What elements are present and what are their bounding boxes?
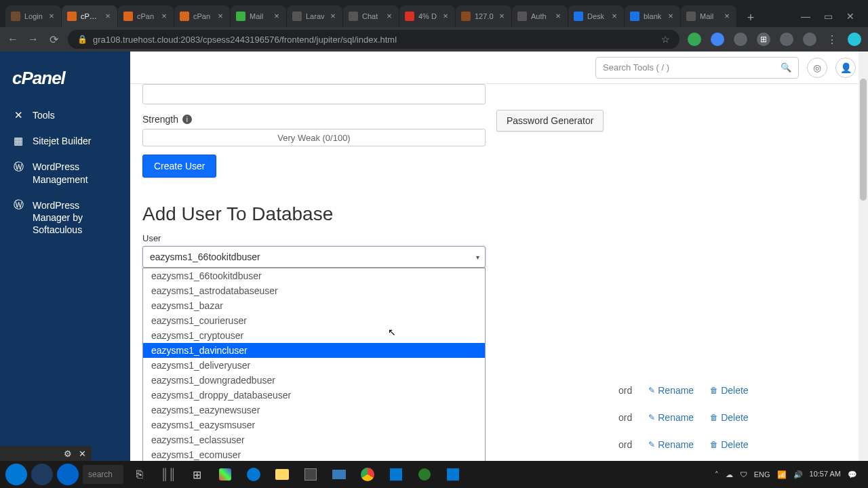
wifi-icon[interactable]: 📶: [777, 470, 787, 479]
close-icon[interactable]: ×: [329, 12, 337, 20]
profile-avatar[interactable]: [848, 33, 861, 46]
vscode-icon[interactable]: [384, 464, 408, 485]
create-user-button[interactable]: Create User: [142, 155, 216, 178]
browser-tab[interactable]: Larav×: [287, 5, 342, 27]
password-input[interactable]: [142, 84, 486, 104]
sidebar-item-wp-management[interactable]: ⓌWordPress Management: [0, 154, 130, 192]
maximize-icon[interactable]: ▭: [824, 11, 833, 22]
rename-link[interactable]: ✎Rename: [648, 439, 694, 450]
sidebar-item-sitejet[interactable]: ▦Sitejet Builder: [0, 128, 130, 154]
start-button[interactable]: [5, 464, 27, 485]
task-view-icon[interactable]: ⊞: [184, 464, 209, 485]
delete-link[interactable]: 🗑Delete: [710, 439, 748, 450]
file-explorer-icon[interactable]: [270, 464, 294, 485]
info-icon[interactable]: i: [182, 115, 192, 124]
close-icon[interactable]: ×: [104, 12, 112, 20]
lang-indicator[interactable]: ENG: [754, 470, 770, 479]
new-tab-button[interactable]: +: [741, 8, 760, 27]
browser-tab[interactable]: 4% D×: [399, 5, 455, 27]
close-icon[interactable]: ×: [216, 12, 224, 20]
taskbar-icon[interactable]: [31, 464, 53, 485]
close-icon[interactable]: ×: [610, 12, 618, 20]
page-scrollbar[interactable]: [859, 52, 868, 461]
tray-icon[interactable]: 🛡: [740, 470, 747, 479]
browser-tab-active[interactable]: cPane×: [62, 5, 117, 27]
reload-icon[interactable]: ⟳: [47, 33, 60, 45]
close-icon[interactable]: ✕: [79, 449, 86, 459]
dropdown-option[interactable]: eazysms1_astrodatabaseuser: [143, 283, 485, 298]
extension-icon[interactable]: [803, 33, 816, 46]
extension-icon[interactable]: [780, 33, 793, 46]
browser-tab[interactable]: 127.0×: [456, 5, 511, 27]
browser-tab[interactable]: cPan×: [118, 5, 174, 27]
delete-link[interactable]: 🗑Delete: [710, 412, 748, 423]
sidebar-item-wp-manager[interactable]: ⓌWordPress Manager by Softaculous: [0, 192, 130, 243]
rename-link[interactable]: ✎Rename: [648, 412, 694, 423]
window-close-icon[interactable]: ✕: [846, 11, 854, 22]
store-icon[interactable]: [298, 464, 323, 485]
close-icon[interactable]: ×: [554, 12, 562, 20]
browser-tab[interactable]: Chat×: [343, 5, 399, 27]
close-icon[interactable]: ×: [47, 12, 56, 20]
dropdown-option[interactable]: eazysms1_downgradedbuser: [143, 373, 485, 388]
rename-link[interactable]: ✎Rename: [648, 385, 694, 396]
browser-tab[interactable]: Auth×: [512, 5, 568, 27]
browser-tab[interactable]: cPan×: [174, 5, 230, 27]
browser-tab[interactable]: Desk×: [568, 5, 624, 27]
search-tools-input[interactable]: Search Tools ( / ) 🔍: [595, 57, 799, 79]
taskbar-app-icon[interactable]: [213, 464, 237, 485]
dropdown-option[interactable]: eazysms1_courieruser: [143, 313, 485, 328]
edge-icon[interactable]: [241, 464, 266, 485]
volume-icon[interactable]: 🔊: [793, 470, 803, 479]
dropdown-option[interactable]: eazysms1_cryptouser: [143, 328, 485, 343]
taskbar-app-icon[interactable]: [441, 464, 465, 485]
dropdown-option[interactable]: eazysms1_droppy_databaseuser: [143, 388, 485, 403]
dropdown-option[interactable]: eazysms1_ecomuser: [143, 447, 485, 461]
dropdown-option[interactable]: eazysms1_deliveryuser: [143, 358, 485, 373]
browser-tab[interactable]: Mail×: [231, 5, 286, 27]
dropdown-option[interactable]: eazysms1_davincluser: [143, 343, 485, 358]
account-button[interactable]: 👤: [835, 58, 856, 78]
close-icon[interactable]: ×: [667, 12, 675, 20]
menu-icon[interactable]: ⋮: [826, 33, 838, 45]
tray-chevron-icon[interactable]: ˄: [715, 470, 719, 479]
close-icon[interactable]: ×: [441, 12, 450, 20]
user-dropdown[interactable]: eazysms1_66tookitdbusereazysms1_astrodat…: [142, 268, 486, 461]
dropdown-option[interactable]: eazysms1_eazynewsuser: [143, 403, 485, 418]
dropdown-option[interactable]: eazysms1_bazar: [143, 298, 485, 313]
taskbar-app-icon[interactable]: [412, 464, 437, 485]
close-icon[interactable]: ×: [273, 12, 281, 20]
mail-icon[interactable]: [327, 464, 351, 485]
bookmark-star-icon[interactable]: ☆: [661, 34, 670, 45]
password-generator-button[interactable]: Password Generator: [496, 110, 604, 131]
browser-tab[interactable]: blank×: [625, 5, 680, 27]
forward-icon[interactable]: →: [27, 33, 39, 45]
dropdown-option[interactable]: eazysms1_66tookitdbuser: [143, 268, 485, 283]
minimize-icon[interactable]: —: [801, 11, 810, 22]
close-icon[interactable]: ×: [498, 12, 506, 20]
close-icon[interactable]: ×: [723, 12, 731, 20]
extension-icon[interactable]: [734, 33, 747, 46]
tray-icon[interactable]: ☁: [726, 470, 733, 479]
puzzle-icon[interactable]: ⊞: [757, 33, 770, 46]
close-icon[interactable]: ×: [385, 12, 393, 20]
notifications-button[interactable]: ◎: [807, 58, 827, 78]
taskbar-app-icon[interactable]: ⎘: [127, 464, 152, 485]
dropdown-option[interactable]: eazysms1_eclassuser: [143, 432, 485, 447]
extension-icon[interactable]: [688, 33, 701, 46]
extension-icon[interactable]: [711, 33, 724, 46]
taskbar-icon[interactable]: [57, 464, 79, 485]
cpanel-logo[interactable]: cPanel: [0, 62, 130, 102]
dropdown-option[interactable]: eazysms1_eazysmsuser: [143, 418, 485, 432]
gear-icon[interactable]: ⚙: [64, 449, 72, 459]
chrome-icon[interactable]: [355, 464, 380, 485]
taskbar-search[interactable]: search: [83, 465, 123, 484]
user-select[interactable]: eazysms1_66tookitdbuser ▾: [142, 246, 486, 268]
url-field[interactable]: 🔒 gra108.truehost.cloud:2083/cpsess24431…: [68, 30, 679, 49]
close-icon[interactable]: ×: [160, 12, 168, 20]
clock[interactable]: 10:57 AM: [810, 470, 841, 479]
scrollbar-thumb[interactable]: [860, 79, 867, 201]
browser-tab[interactable]: Mail×: [681, 5, 736, 27]
browser-tab[interactable]: Login×: [5, 5, 61, 27]
taskbar-app-icon[interactable]: ║║: [156, 464, 180, 485]
